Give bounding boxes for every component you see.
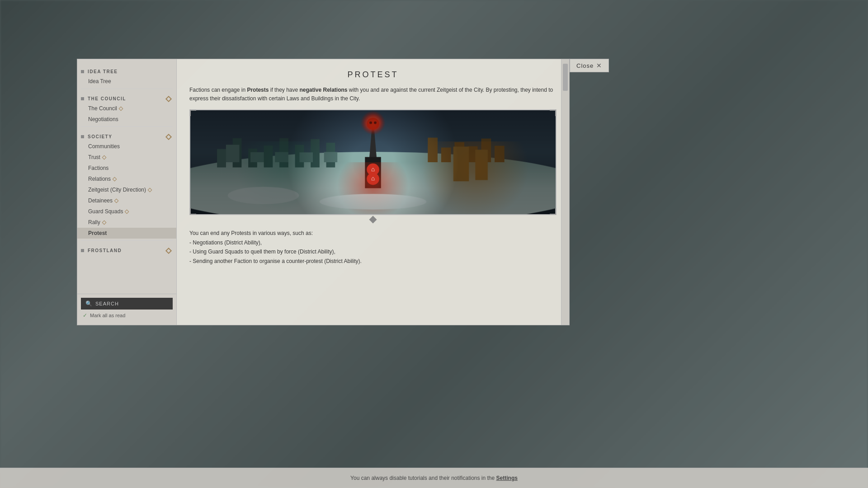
close-button[interactable]: Close ✕ [570, 59, 609, 72]
sidebar-label-detainees: Detainees [88, 197, 113, 204]
scene-illustration [190, 110, 556, 214]
item-diamond-zeitgeist [148, 188, 152, 192]
sidebar-label-the-council: The Council [88, 105, 117, 112]
search-bar[interactable]: 🔍 SEARCH [81, 298, 173, 310]
sidebar-section-title-idea-tree: IDEA TREE [88, 69, 171, 74]
sidebar-section-title-frostland: FROSTLAND [88, 248, 166, 253]
sidebar-label-zeitgeist: Zeitgeist (City Direction) [88, 187, 146, 193]
bullet-icon-4 [81, 249, 84, 252]
sidebar-label-protest: Protest [88, 230, 107, 236]
item-diamond-guard-squads [125, 209, 129, 214]
sidebar-bottom: 🔍 SEARCH ✓ Mark all as read [77, 294, 176, 325]
sidebar-section-idea-tree: IDEA TREE [77, 66, 176, 76]
corner-tl [190, 110, 196, 116]
sidebar-label-negotiations: Negotiations [88, 116, 118, 122]
divider-1 [81, 89, 173, 89]
content-title: PROTEST [189, 70, 557, 80]
sidebar-item-the-council[interactable]: The Council [77, 103, 176, 114]
body-item-1: - Negotiations (District Ability), [189, 239, 262, 246]
search-icon: 🔍 [85, 300, 93, 307]
sidebar-item-zeitgeist[interactable]: Zeitgeist (City Direction) [77, 184, 176, 195]
sidebar-label-trust: Trust [88, 154, 100, 160]
bottom-bar-link[interactable]: Settings [496, 475, 518, 481]
close-icon: ✕ [596, 62, 602, 69]
item-diamond-relations [113, 177, 117, 181]
item-diamond-trust [102, 155, 106, 160]
sidebar-label-relations: Relations [88, 176, 111, 182]
sidebar: IDEA TREE Idea Tree THE COUNCIL The Coun… [77, 59, 177, 325]
corner-tr [550, 110, 556, 116]
sidebar-item-communities[interactable]: Communities [77, 141, 176, 152]
mark-all-read-button[interactable]: ✓ Mark all as read [81, 310, 173, 321]
sidebar-label-idea-tree: Idea Tree [88, 78, 111, 84]
body-text: You can end any Protests in various ways… [189, 229, 557, 266]
diamond-center-icon [369, 216, 377, 224]
sidebar-item-protest[interactable]: Protest [77, 228, 176, 239]
sidebar-label-guard-squads: Guard Squads [88, 208, 123, 215]
item-diamond-council [119, 106, 123, 111]
sidebar-label-communities: Communities [88, 143, 120, 150]
diamond-icon-society [165, 133, 172, 140]
mark-all-read-label: Mark all as read [90, 313, 125, 318]
sidebar-item-trust[interactable]: Trust [77, 152, 176, 163]
sidebar-label-factions: Factions [88, 165, 108, 171]
sidebar-item-rally[interactable]: Rally [77, 217, 176, 228]
sidebar-item-detainees[interactable]: Detainees [77, 195, 176, 206]
bullet-icon-3 [81, 135, 84, 138]
sidebar-item-negotiations[interactable]: Negotiations [77, 114, 176, 125]
sidebar-section-frostland: FROSTLAND [77, 244, 176, 255]
corner-bl [190, 208, 196, 215]
item-diamond-rally [102, 220, 106, 225]
sidebar-label-rally: Rally [88, 219, 100, 225]
scroll-thumb [563, 64, 568, 91]
sidebar-item-factions[interactable]: Factions [77, 163, 176, 174]
close-label: Close [576, 62, 594, 69]
bold-protests: Protests [247, 87, 269, 93]
sidebar-section-the-council: THE COUNCIL [77, 93, 176, 103]
body-item-3: - Sending another Faction to organise a … [189, 258, 362, 264]
sidebar-item-idea-tree[interactable]: Idea Tree [77, 76, 176, 87]
bullet-icon-2 [81, 97, 84, 100]
corner-br [550, 208, 556, 215]
sidebar-item-guard-squads[interactable]: Guard Squads [77, 206, 176, 217]
bullet-icon [81, 70, 84, 73]
illustration-frame [189, 109, 557, 215]
scroll-track[interactable] [561, 59, 569, 325]
sidebar-section-title-society: SOCIETY [88, 134, 166, 139]
sidebar-section-title-council: THE COUNCIL [88, 96, 166, 101]
sidebar-section-society: SOCIETY [77, 131, 176, 141]
content-area: PROTEST Factions can engage in Protests … [177, 59, 569, 325]
image-diamond [189, 217, 557, 222]
sidebar-item-relations[interactable]: Relations [77, 174, 176, 184]
bold-negative-relations: negative Relations [300, 87, 348, 93]
search-label: SEARCH [95, 301, 119, 306]
diamond-icon-frostland [165, 247, 172, 253]
body-title: You can end any Protests in various ways… [189, 230, 313, 236]
divider-2 [81, 127, 173, 127]
intro-text: Factions can engage in Protests if they … [189, 86, 557, 103]
divider-3 [81, 240, 173, 241]
bottom-bar: You can always disable tutorials and the… [0, 468, 868, 488]
item-diamond-detainees [114, 198, 119, 203]
body-item-2: - Using Guard Squads to quell them by fo… [189, 249, 335, 255]
bottom-bar-text: You can always disable tutorials and the… [350, 475, 495, 481]
check-icon: ✓ [83, 312, 87, 319]
main-panel: IDEA TREE Idea Tree THE COUNCIL The Coun… [77, 59, 570, 325]
diamond-icon-council [165, 95, 172, 102]
